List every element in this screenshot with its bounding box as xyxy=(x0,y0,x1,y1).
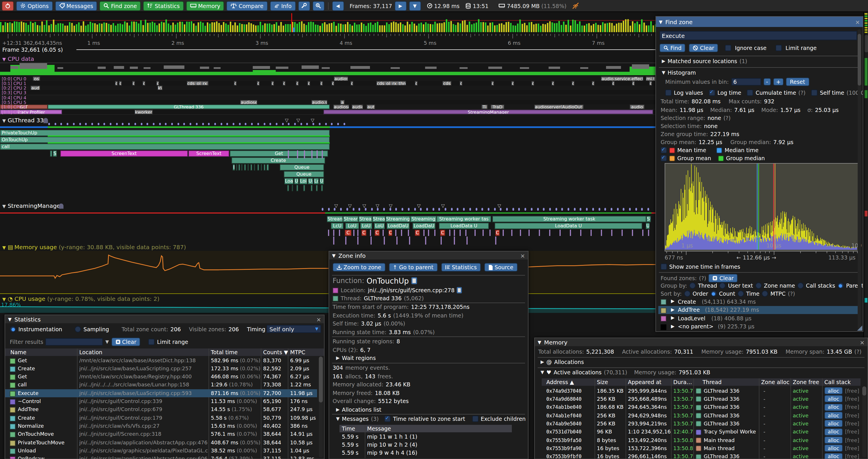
zone[interactable]: Streaming xyxy=(385,216,410,222)
group-by-zone-name[interactable] xyxy=(755,283,762,289)
mark[interactable] xyxy=(611,229,612,236)
sort-by-time[interactable] xyxy=(738,291,744,297)
message-dot[interactable] xyxy=(580,208,582,210)
zone[interactable]: C xyxy=(495,229,500,236)
close-icon[interactable]: × xyxy=(520,252,525,259)
statistics-row[interactable]: Createjni/../jni/src/guif/Control.cpp:17… xyxy=(5,414,317,422)
statistics-row[interactable]: OnTouchMovejni/../jni/src/guif/Screen.cp… xyxy=(5,430,317,438)
zone[interactable] xyxy=(297,185,298,191)
message-dot[interactable] xyxy=(567,208,569,210)
statistics-row[interactable]: Normalizejni/../jni/src/claw/vfs/Vfs.cpp… xyxy=(5,422,317,430)
message-dot[interactable] xyxy=(445,208,446,210)
found-zone-group[interactable]: ▶LoadLevel(18) 406.88 µs xyxy=(658,314,858,322)
frame-marker[interactable]: ▽ xyxy=(285,118,288,123)
mark[interactable] xyxy=(642,229,643,236)
message-dot[interactable] xyxy=(110,123,112,125)
message-dot[interactable] xyxy=(307,123,308,125)
zone[interactable]: LoU xyxy=(345,223,359,229)
message-dot[interactable] xyxy=(202,123,204,125)
message-dot[interactable] xyxy=(426,208,428,210)
column-header[interactable]: Dura… xyxy=(673,379,692,385)
mark[interactable] xyxy=(601,229,602,236)
zone[interactable]: LoadDaU xyxy=(386,223,410,229)
message-dot[interactable] xyxy=(147,123,148,125)
message-dot[interactable] xyxy=(331,123,333,125)
mark[interactable] xyxy=(333,229,334,236)
sampling-radio[interactable] xyxy=(75,326,81,332)
message-dot[interactable] xyxy=(85,123,87,125)
message-dot[interactable] xyxy=(414,208,415,210)
mark[interactable] xyxy=(339,229,340,236)
zone[interactable] xyxy=(267,164,269,170)
zone[interactable]: kworker/u xyxy=(134,109,153,114)
column-header[interactable]: Thread xyxy=(703,379,721,385)
zone[interactable]: audiose xyxy=(333,105,349,109)
frame-dropdown-button[interactable]: ▼ xyxy=(409,1,421,11)
column-header[interactable]: Name xyxy=(10,349,26,355)
alloc-callstack-button[interactable]: alloc xyxy=(824,445,843,452)
messages-button[interactable]: Messages xyxy=(55,1,97,11)
filter-clear-button[interactable]: Clear xyxy=(111,337,141,346)
find-zone-scrollbar[interactable] xyxy=(858,29,861,329)
message-dot[interactable] xyxy=(141,123,142,125)
message-dot[interactable] xyxy=(647,208,649,210)
group-by-call-stacks[interactable] xyxy=(797,283,804,289)
message-dot[interactable] xyxy=(116,123,118,125)
mean-lines-checkbox[interactable] xyxy=(661,147,667,153)
message-dot[interactable] xyxy=(500,208,502,210)
zone[interactable]: c xyxy=(649,81,652,86)
frame-marker[interactable]: ▽ xyxy=(417,203,421,208)
frame-marker[interactable]: ▽ xyxy=(441,203,445,208)
cpu-data-section-header[interactable]: ▼ CPU data xyxy=(2,56,34,62)
zone[interactable]: c xyxy=(460,81,462,86)
sort-by-order[interactable] xyxy=(684,291,690,297)
message-dot[interactable] xyxy=(325,123,327,125)
message-dot[interactable] xyxy=(196,123,197,125)
mark[interactable] xyxy=(539,229,540,236)
message-dot[interactable] xyxy=(482,208,483,210)
zone[interactable]: c xyxy=(143,81,145,86)
mark[interactable] xyxy=(520,229,521,236)
message-dot[interactable] xyxy=(122,123,124,125)
column-header[interactable]: Zone free xyxy=(793,379,819,385)
message-dot[interactable] xyxy=(67,123,68,125)
zone[interactable]: c xyxy=(307,81,310,86)
message-dot[interactable] xyxy=(104,123,105,125)
cpu-usage-section-header[interactable]: ▼ ◔ CPU usage (y-range: 0.78%, visible d… xyxy=(2,296,159,302)
zone[interactable] xyxy=(244,164,246,170)
collapse-triangle-icon[interactable]: ▼ xyxy=(538,339,541,345)
instrumentation-radio[interactable] xyxy=(10,326,16,332)
cumulate-time-checkbox[interactable] xyxy=(747,90,753,96)
collapse-triangle-icon[interactable]: ▼ xyxy=(8,317,11,322)
message-dot[interactable] xyxy=(61,123,62,125)
zoom-to-zone-button[interactable]: Zoom to zone xyxy=(333,263,385,271)
clipboard-icon[interactable] xyxy=(411,277,417,284)
message-dot[interactable] xyxy=(574,208,575,210)
increase-button[interactable]: + xyxy=(773,78,783,86)
zone[interactable]: Up xyxy=(319,178,324,184)
cpu-usage-graph[interactable] xyxy=(0,64,655,75)
zone[interactable]: LoU xyxy=(360,223,372,229)
message-dot[interactable] xyxy=(312,123,314,125)
find-button[interactable]: Find xyxy=(659,44,686,52)
active-allocations-toggle[interactable]: ▼♥Active allocations(70,311)Memory usage… xyxy=(540,369,710,375)
zone[interactable]: c xyxy=(632,81,635,86)
message-dot[interactable] xyxy=(537,208,538,210)
allocations-list-toggle[interactable]: ▶Allocations list xyxy=(336,406,381,413)
alloc-callstack-button[interactable]: alloc xyxy=(824,453,843,459)
message-dot[interactable] xyxy=(623,208,625,210)
mark[interactable] xyxy=(328,229,329,236)
clear-button[interactable]: Clear xyxy=(689,44,718,52)
zone[interactable]: StreamingManager xyxy=(323,109,653,114)
message-dot[interactable] xyxy=(128,123,130,125)
mark[interactable] xyxy=(511,229,513,236)
zone[interactable] xyxy=(50,150,52,157)
alloc-callstack-button[interactable]: alloc xyxy=(824,428,843,436)
zone[interactable]: St xyxy=(646,216,651,222)
message-dot[interactable] xyxy=(611,208,612,210)
mark[interactable] xyxy=(460,229,461,236)
zone[interactable]: c xyxy=(491,81,494,86)
mark[interactable] xyxy=(560,229,561,236)
allocation-row[interactable]: 0x7531d7b04096 KB1:10 234,952,16112:40.7… xyxy=(542,428,861,436)
message-dot[interactable] xyxy=(251,123,253,125)
